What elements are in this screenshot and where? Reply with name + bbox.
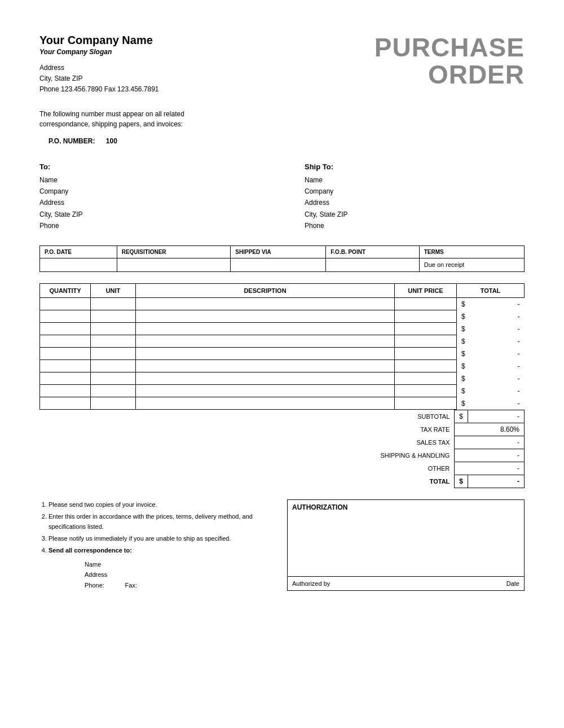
ship-to-company: Company xyxy=(305,186,525,197)
col-shipped-via: SHIPPED VIA xyxy=(231,245,326,258)
item-qty xyxy=(40,335,91,348)
item-unit-price xyxy=(395,297,457,310)
correspondence-phone-fax: Phone: Fax: xyxy=(85,580,276,591)
item-total: $- xyxy=(457,348,525,360)
to-company: Company xyxy=(39,186,259,197)
col-unit: UNIT xyxy=(91,283,136,297)
tax-rate-value: 8.60% xyxy=(455,423,525,436)
item-desc xyxy=(136,397,395,410)
item-desc xyxy=(136,360,395,372)
item-unit-price xyxy=(395,310,457,323)
correspondence: Name Address Phone: Fax: xyxy=(39,559,276,591)
authorization-body xyxy=(288,515,524,576)
subtotal-label: SUBTOTAL xyxy=(39,410,455,423)
instructions-list: Please send two copies of your invoice. … xyxy=(39,499,276,555)
item-row-7: $- xyxy=(40,385,525,397)
info-requisitioner xyxy=(117,258,231,271)
correspondence-address: Address xyxy=(85,569,276,580)
item-unit xyxy=(91,385,136,397)
instructions: Please send two copies of your invoice. … xyxy=(39,499,276,591)
item-qty xyxy=(40,360,91,372)
instruction-1: Please send two copies of your invoice. xyxy=(49,499,276,510)
summary-table: SUBTOTAL $ - TAX RATE 8.60% SALES TAX - … xyxy=(39,410,525,488)
item-total: $- xyxy=(457,360,525,372)
col-terms: TERMS xyxy=(419,245,524,258)
notice-text: The following number must appear on all … xyxy=(39,109,525,129)
item-unit xyxy=(91,348,136,360)
item-qty xyxy=(40,348,91,360)
item-unit-price xyxy=(395,348,457,360)
ship-to-city-state-zip: City, State ZIP xyxy=(305,209,525,220)
other-label: OTHER xyxy=(39,462,455,475)
shipping-value: - xyxy=(455,449,525,462)
item-total: $- xyxy=(457,323,525,335)
to-address: To: Name Company Address City, State ZIP… xyxy=(39,161,259,232)
shipping-row: SHIPPING & HANDLING - xyxy=(39,449,525,462)
item-desc xyxy=(136,348,395,360)
sales-tax-value: - xyxy=(455,436,525,449)
info-shipped-via xyxy=(231,258,326,271)
total-row: TOTAL $ - xyxy=(39,475,525,488)
authorization-header: AUTHORIZATION xyxy=(288,500,524,515)
company-info: Your Company Name Your Company Slogan Ad… xyxy=(39,34,159,95)
info-table: P.O. DATE REQUISITIONER SHIPPED VIA F.O.… xyxy=(39,245,525,272)
total-currency: $ xyxy=(455,475,468,488)
col-po-date: P.O. DATE xyxy=(40,245,117,258)
item-unit-price xyxy=(395,372,457,385)
subtotal-currency: $ xyxy=(455,410,468,423)
tax-rate-row: TAX RATE 8.60% xyxy=(39,423,525,436)
col-total: TOTAL xyxy=(457,283,525,297)
item-qty xyxy=(40,372,91,385)
item-qty xyxy=(40,397,91,410)
to-label: To: xyxy=(39,161,259,173)
item-total: $- xyxy=(457,297,525,310)
address-line2: City, State ZIP xyxy=(39,73,159,84)
item-qty xyxy=(40,297,91,310)
address-line1: Address xyxy=(39,63,159,73)
correspondence-name: Name xyxy=(85,559,276,570)
shipping-label: SHIPPING & HANDLING xyxy=(39,449,455,462)
item-desc xyxy=(136,323,395,335)
date-label: Date xyxy=(506,580,519,587)
subtotal-value: - xyxy=(468,410,525,423)
instruction-4: Send all correspondence to: xyxy=(49,545,276,556)
item-row-8: $- xyxy=(40,397,525,410)
item-unit xyxy=(91,297,136,310)
item-unit xyxy=(91,360,136,372)
item-row-3: $- xyxy=(40,335,525,348)
info-fob-point xyxy=(326,258,419,271)
item-desc xyxy=(136,385,395,397)
po-title: PURCHASE ORDER xyxy=(374,34,525,89)
po-number-value: 100 xyxy=(106,137,117,145)
to-phone: Phone xyxy=(39,220,259,231)
company-name: Your Company Name xyxy=(39,34,159,47)
address-section: To: Name Company Address City, State ZIP… xyxy=(39,161,525,232)
item-unit xyxy=(91,335,136,348)
other-row: OTHER - xyxy=(39,462,525,475)
instruction-3: Please notify us immediately if you are … xyxy=(49,533,276,544)
item-desc xyxy=(136,297,395,310)
info-terms: Due on receipt xyxy=(419,258,524,271)
col-quantity: QUANTITY xyxy=(40,283,91,297)
item-row-5: $- xyxy=(40,360,525,372)
phone-label: Phone: xyxy=(85,582,104,589)
total-value: - xyxy=(468,475,525,488)
company-slogan: Your Company Slogan xyxy=(39,48,159,56)
item-unit-price xyxy=(395,335,457,348)
ship-to-address-line: Address xyxy=(305,197,525,208)
item-desc xyxy=(136,335,395,348)
item-total: $- xyxy=(457,385,525,397)
authorized-by-label: Authorized by xyxy=(292,580,330,587)
authorization-footer: Authorized by Date xyxy=(288,576,524,590)
ship-to-phone: Phone xyxy=(305,220,525,231)
other-value: - xyxy=(455,462,525,475)
item-qty xyxy=(40,323,91,335)
item-unit xyxy=(91,397,136,410)
total-label: TOTAL xyxy=(39,475,455,488)
instruction-2: Enter this order in accordance with the … xyxy=(49,511,276,532)
item-row-1: $- xyxy=(40,310,525,323)
items-and-summary: QUANTITY UNIT DESCRIPTION UNIT PRICE TOT… xyxy=(39,283,525,489)
col-unit-price: UNIT PRICE xyxy=(395,283,457,297)
info-po-date xyxy=(40,258,117,271)
fax-label: Fax: xyxy=(125,582,137,589)
